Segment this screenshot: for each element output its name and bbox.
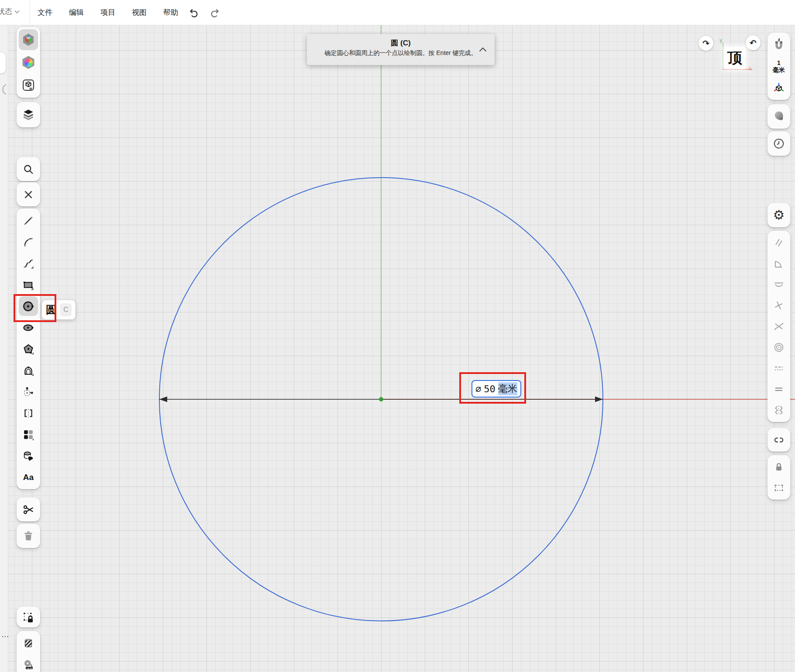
design-cube-icon <box>21 33 35 47</box>
redo-button[interactable] <box>208 6 222 20</box>
offset-tool-button[interactable] <box>19 382 38 401</box>
shaded-view-button[interactable] <box>770 106 788 127</box>
design-space-button[interactable] <box>19 29 38 50</box>
constraint-symmetric-button[interactable] <box>770 401 788 420</box>
selection-lock-icon <box>22 611 34 623</box>
diameter-symbol: ⌀ <box>475 384 481 394</box>
polygon-icon <box>22 343 34 355</box>
sketch-tools-group: Aa <box>17 209 40 489</box>
link-group <box>767 428 790 452</box>
section-tool-button[interactable] <box>19 633 38 653</box>
project-tool-button[interactable] <box>19 446 38 466</box>
constraint-tangent-button[interactable] <box>770 275 788 294</box>
workspace-switch-group <box>17 27 40 98</box>
flyout-shortcut-badge: C <box>60 303 72 316</box>
polygon-tool-button[interactable] <box>19 339 38 359</box>
flyout-tool-name: 圆 <box>46 303 56 317</box>
parallel-constraint-icon <box>773 237 785 249</box>
lock-selection-group <box>17 607 40 627</box>
history-button[interactable] <box>770 134 788 154</box>
lock-constraint-button[interactable] <box>770 457 788 477</box>
tool-hint-popup: 圆 (C) 确定圆心和圆周上的一个点以绘制圆。按 Enter 键完成。 <box>307 34 495 65</box>
viewcube-x-label: x <box>748 65 751 71</box>
constraint-parallel-button[interactable] <box>770 233 788 252</box>
symmetric-constraint-icon <box>773 404 785 416</box>
status-label: 状态 <box>0 7 12 17</box>
visualization-button[interactable] <box>19 75 38 96</box>
more-tools-dots[interactable]: ⋯ <box>1 632 9 641</box>
constraint-angle-button[interactable] <box>770 254 788 273</box>
shaded-body-icon <box>772 110 785 123</box>
circle-tool-button[interactable] <box>19 296 38 316</box>
text-tool-button[interactable]: Aa <box>19 467 38 487</box>
constraint-concentric-button[interactable] <box>770 338 788 357</box>
fixed-box-icon <box>773 482 785 494</box>
appearance-button[interactable] <box>19 52 38 73</box>
menu-help[interactable]: 帮助 <box>163 7 178 17</box>
gear-icon: ⚙ <box>773 209 785 222</box>
lock-selection-button[interactable] <box>19 608 38 626</box>
axis-cube-icon <box>772 82 785 95</box>
view-cube-label: 顶 <box>727 48 742 68</box>
magnet-icon <box>772 38 785 51</box>
snap-toggle-button[interactable] <box>770 35 788 54</box>
arc-tool-button[interactable] <box>19 232 38 252</box>
menu-divider <box>30 0 30 25</box>
diameter-input[interactable]: ⌀ 50 毫米 <box>471 380 521 398</box>
intersect-constraint-icon <box>773 320 785 333</box>
search-icon <box>22 163 34 175</box>
settings-button[interactable]: ⚙ <box>770 205 788 225</box>
coincident-link-button[interactable] <box>770 430 788 449</box>
spline-tool-button[interactable] <box>19 254 38 273</box>
project-icon <box>22 450 34 462</box>
viewcube-y-axis <box>723 43 723 70</box>
pattern-tool-button[interactable] <box>19 425 38 444</box>
view-cube[interactable]: 顶 <box>724 47 746 69</box>
trim-tool-button[interactable] <box>19 500 38 519</box>
grid-size-button[interactable]: 1 毫米 <box>770 56 788 77</box>
distance-constraint-icon <box>773 362 785 374</box>
delete-button[interactable] <box>19 526 38 546</box>
status-menu[interactable]: 状态 <box>0 7 20 17</box>
menu-file[interactable]: 文件 <box>38 7 52 17</box>
move-arrows-icon <box>22 386 34 398</box>
search-button[interactable] <box>19 159 38 179</box>
tangent-constraint-icon <box>773 278 785 291</box>
concentric-constraint-icon <box>773 341 785 353</box>
arch-tool-button[interactable] <box>19 360 38 380</box>
search-group <box>17 157 40 181</box>
menu-project[interactable]: 项目 <box>100 7 115 17</box>
hint-collapse-button[interactable] <box>477 45 489 54</box>
constraints-group <box>767 231 790 422</box>
hint-description: 确定圆心和圆周上的一个点以绘制圆。按 Enter 键完成。 <box>307 49 495 57</box>
circle-tool-flyout: 圆 C <box>42 300 76 319</box>
redo-icon <box>209 7 220 18</box>
fix-selection-button[interactable] <box>770 478 788 497</box>
mirror-icon <box>22 407 34 419</box>
constraint-distance-button[interactable] <box>770 359 788 378</box>
collapsed-side-panel <box>0 25 8 672</box>
chevron-down-icon <box>14 10 20 14</box>
rotate-ccw-icon: ↶ <box>750 38 757 48</box>
ellipse-tool-button[interactable] <box>19 318 38 337</box>
line-tool-button[interactable] <box>19 211 38 230</box>
analysis-group <box>17 631 40 672</box>
constraint-equal-button[interactable] <box>770 380 788 399</box>
constraint-intersect-button[interactable] <box>770 317 788 336</box>
menu-edit[interactable]: 编辑 <box>69 7 84 17</box>
chevron-up-icon <box>479 47 487 52</box>
mirror-tool-button[interactable] <box>19 403 38 423</box>
rotate-view-cw-button[interactable]: ↷ <box>699 36 713 51</box>
axis-orientation-button[interactable] <box>770 79 788 98</box>
rotate-view-ccw-button[interactable]: ↶ <box>746 35 761 50</box>
sketch-canvas[interactable] <box>0 25 795 672</box>
undo-button[interactable] <box>187 6 201 20</box>
menu-items: 文件 编辑 项目 视图 帮助 <box>38 0 178 25</box>
rectangle-tool-button[interactable] <box>19 275 38 295</box>
measure-tool-button[interactable] <box>19 655 38 672</box>
menu-view[interactable]: 视图 <box>132 7 147 17</box>
items-button[interactable] <box>19 104 38 125</box>
panel-handle[interactable] <box>0 52 6 73</box>
constraint-perpendicular-button[interactable] <box>770 296 788 315</box>
close-button[interactable] <box>19 185 38 204</box>
